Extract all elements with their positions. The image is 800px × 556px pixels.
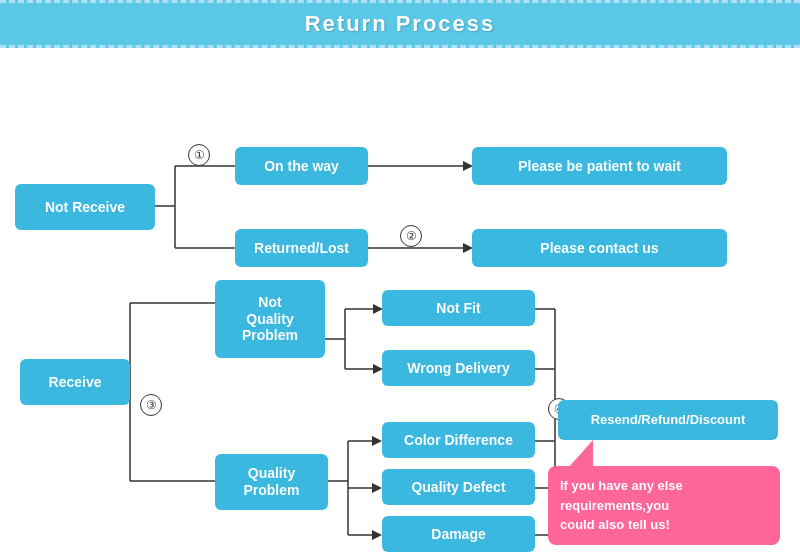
content-area: Not Receive ① On the way Returned/Lost ②… xyxy=(0,48,800,556)
svg-marker-23 xyxy=(372,483,382,493)
header: Return Process xyxy=(0,0,800,48)
not-fit-node: Not Fit xyxy=(382,290,535,326)
quality-problem-node: Quality Problem xyxy=(215,454,328,510)
circle-2: ② xyxy=(400,225,422,247)
quality-defect-node: Quality Defect xyxy=(382,469,535,505)
speech-bubble: If you have any else requirements,you co… xyxy=(548,466,780,545)
page-title: Return Process xyxy=(305,11,496,36)
not-receive-node: Not Receive xyxy=(15,184,155,230)
wrong-delivery-node: Wrong Delivery xyxy=(382,350,535,386)
returned-lost-node: Returned/Lost xyxy=(235,229,368,267)
color-difference-node: Color Difference xyxy=(382,422,535,458)
circle-1: ① xyxy=(188,144,210,166)
resend-node: Resend/Refund/Discount xyxy=(558,400,778,440)
please-wait-node: Please be patient to wait xyxy=(472,147,727,185)
svg-marker-21 xyxy=(372,436,382,446)
on-the-way-node: On the way xyxy=(235,147,368,185)
circle-3: ③ xyxy=(140,394,162,416)
receive-node: Receive xyxy=(20,359,130,405)
please-contact-node: Please contact us xyxy=(472,229,727,267)
damage-node: Damage xyxy=(382,516,535,552)
not-quality-node: Not Quality Problem xyxy=(215,280,325,358)
svg-marker-25 xyxy=(372,530,382,540)
